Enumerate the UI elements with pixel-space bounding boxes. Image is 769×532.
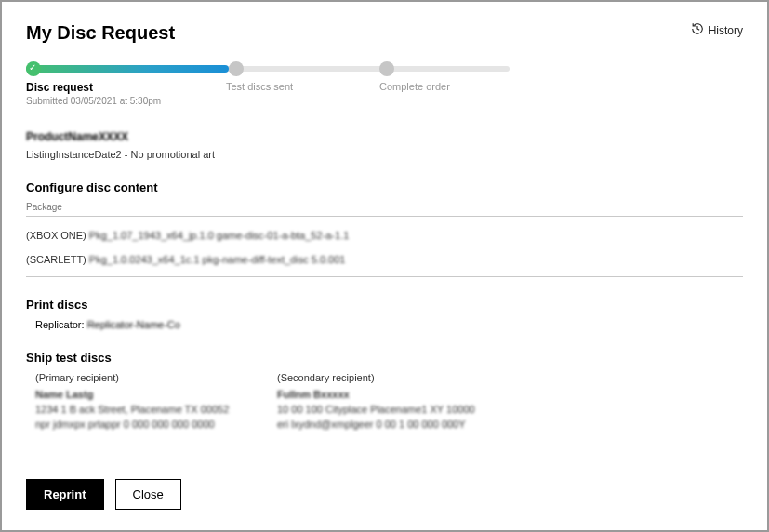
- progress-tracker: Disc request Submitted 03/05/2021 at 5:3…: [26, 64, 510, 106]
- step-dot-3: [379, 61, 394, 76]
- replicator-row: Replicator: Replicator-Name-Co: [26, 319, 743, 330]
- close-button[interactable]: Close: [115, 479, 181, 510]
- step-dot-2: [229, 61, 244, 76]
- ship-heading: Ship test discs: [26, 351, 743, 365]
- listing-title: ProductNameXXXX: [26, 130, 743, 143]
- page-title: My Disc Request: [26, 22, 175, 44]
- configure-heading: Configure disc content: [26, 180, 743, 194]
- divider: [26, 216, 743, 217]
- step-3: Complete order: [379, 81, 510, 106]
- history-link[interactable]: History: [691, 22, 743, 38]
- reprint-button[interactable]: Reprint: [26, 479, 104, 510]
- step-dot-1: [26, 61, 41, 76]
- disc-request-panel: { "header": { "title": "My Disc Request"…: [0, 0, 769, 532]
- package-row: (XBOX ONE) Pkg_1.07_1943_x64_jp.1.0 game…: [26, 230, 743, 241]
- secondary-recipient: (Secondary recipient) Fullnm Bxxxxx 10 0…: [277, 372, 491, 430]
- step-2: Test discs sent: [226, 81, 379, 106]
- step-1: Disc request Submitted 03/05/2021 at 5:3…: [26, 81, 226, 106]
- divider: [26, 276, 743, 277]
- print-heading: Print discs: [26, 298, 743, 312]
- listing-subtitle: ListingInstanceDate2 - No promotional ar…: [26, 149, 743, 160]
- history-icon: [691, 22, 704, 38]
- history-label: History: [709, 24, 743, 37]
- progress-fill: [26, 65, 229, 73]
- package-row: (SCARLETT) Pkg_1.0.0243_x64_1c.1 pkg-nam…: [26, 254, 743, 265]
- package-column-label: Package: [26, 202, 743, 212]
- primary-recipient: (Primary recipient) Name Lastg 1234 1 B …: [35, 372, 249, 430]
